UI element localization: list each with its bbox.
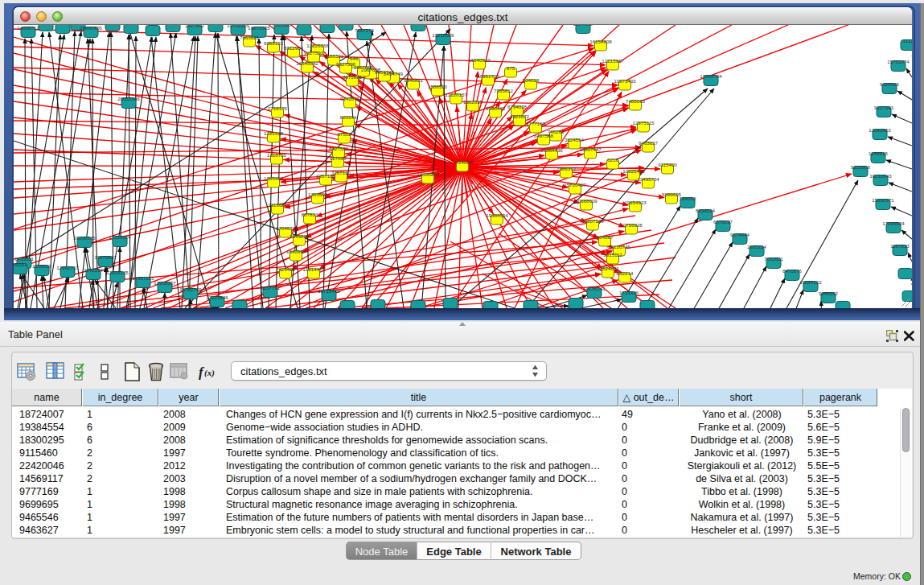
svg-text:16640910: 16640910 xyxy=(468,57,491,63)
svg-text:8912954: 8912954 xyxy=(284,45,304,51)
svg-text:984067: 984067 xyxy=(597,234,614,240)
svg-text:1145194: 1145194 xyxy=(84,267,103,273)
svg-text:6794028: 6794028 xyxy=(507,104,528,109)
svg-text:9329966: 9329966 xyxy=(880,81,900,87)
svg-text:10033809: 10033809 xyxy=(316,25,339,26)
svg-text:6879197: 6879197 xyxy=(713,219,733,225)
svg-text:12505135: 12505135 xyxy=(106,270,129,275)
svg-text:7955812: 7955812 xyxy=(494,88,514,93)
svg-text:10120746: 10120746 xyxy=(608,244,630,249)
svg-text:887833: 887833 xyxy=(302,212,318,217)
svg-text:10973493: 10973493 xyxy=(614,78,636,84)
svg-text:2935114: 2935114 xyxy=(747,244,766,249)
svg-text:13495754: 13495754 xyxy=(637,176,659,182)
svg-text:9990448: 9990448 xyxy=(486,105,506,111)
svg-text:1244415: 1244415 xyxy=(869,150,889,156)
svg-text:1615112: 1615112 xyxy=(603,252,622,257)
svg-text:9215958: 9215958 xyxy=(851,164,871,170)
svg-text:18300295: 18300295 xyxy=(417,171,439,177)
svg-text:15692971: 15692971 xyxy=(872,197,894,203)
svg-text:9227343: 9227343 xyxy=(874,105,894,110)
svg-text:8938914: 8938914 xyxy=(696,208,716,213)
svg-text:97552: 97552 xyxy=(337,131,351,137)
svg-text:1724007: 1724007 xyxy=(453,159,473,165)
svg-text:10958107: 10958107 xyxy=(154,280,176,286)
svg-text:16210643: 16210643 xyxy=(869,173,892,179)
svg-text:1610755: 1610755 xyxy=(267,152,287,158)
svg-text:8471676: 8471676 xyxy=(782,268,803,274)
svg-text:7986372: 7986372 xyxy=(556,166,577,171)
svg-text:17359924: 17359924 xyxy=(109,234,131,240)
svg-text:7663822: 7663822 xyxy=(240,35,260,40)
svg-text:546: 546 xyxy=(350,56,359,61)
svg-text:9674444: 9674444 xyxy=(730,232,750,237)
svg-text:1221338: 1221338 xyxy=(264,130,284,136)
svg-text:13226058: 13226058 xyxy=(306,43,329,48)
svg-text:10648784: 10648784 xyxy=(700,73,722,79)
svg-text:1621072: 1621072 xyxy=(510,113,530,119)
svg-text:39975857: 39975857 xyxy=(94,254,117,260)
svg-text:19654923: 19654923 xyxy=(624,200,647,205)
svg-text:746266: 746266 xyxy=(548,129,565,134)
svg-text:10688609: 10688609 xyxy=(575,198,598,204)
svg-text:1588520: 1588520 xyxy=(428,84,448,89)
svg-text:10654122: 10654122 xyxy=(799,279,822,285)
svg-text:10756928: 10756928 xyxy=(620,222,643,228)
svg-text:252214: 252214 xyxy=(617,270,634,276)
svg-text:1156829: 1156829 xyxy=(32,263,51,269)
svg-text:1353593: 1353593 xyxy=(308,192,328,197)
svg-text:26053346: 26053346 xyxy=(117,96,140,101)
svg-text:15751074: 15751074 xyxy=(887,59,910,64)
svg-text:8427552: 8427552 xyxy=(329,146,349,151)
svg-text:12923446: 12923446 xyxy=(206,295,228,300)
svg-text:7857274: 7857274 xyxy=(355,27,375,33)
svg-text:15720407: 15720407 xyxy=(564,182,586,187)
svg-text:617006: 617006 xyxy=(330,155,347,161)
svg-text:9327508: 9327508 xyxy=(336,61,356,67)
svg-text:1640994: 1640994 xyxy=(286,249,306,254)
svg-text:16671355: 16671355 xyxy=(248,25,270,31)
svg-text:10807487: 10807487 xyxy=(579,146,602,152)
svg-text:17016504: 17016504 xyxy=(882,220,905,226)
svg-text:14055712: 14055712 xyxy=(17,25,39,31)
svg-text:2967608: 2967608 xyxy=(354,64,374,70)
svg-text:15716485: 15716485 xyxy=(318,288,340,294)
svg-text:164093: 164093 xyxy=(680,196,696,201)
svg-text:17957225: 17957225 xyxy=(132,275,154,281)
svg-text:1065493: 1065493 xyxy=(264,175,284,181)
svg-text:18807249: 18807249 xyxy=(581,218,604,224)
svg-text:6899695: 6899695 xyxy=(662,192,682,197)
svg-text:12213967: 12213967 xyxy=(602,58,624,64)
svg-text:12093853: 12093853 xyxy=(869,127,891,133)
svg-text:(x): (x) xyxy=(204,368,215,378)
svg-text:16154808: 16154808 xyxy=(589,39,612,44)
svg-text:9115400: 9115400 xyxy=(658,162,677,167)
svg-text:16782759: 16782759 xyxy=(179,286,202,292)
svg-text:16914479: 16914479 xyxy=(302,266,325,272)
svg-text:10719155: 10719155 xyxy=(227,25,249,28)
svg-text:16961758: 16961758 xyxy=(477,73,499,79)
svg-text:934028: 934028 xyxy=(523,77,540,83)
svg-text:9146821: 9146821 xyxy=(404,77,424,83)
svg-text:1167533: 1167533 xyxy=(890,243,910,249)
svg-text:7485063: 7485063 xyxy=(626,98,646,104)
svg-text:9245052: 9245052 xyxy=(819,290,839,296)
svg-text:10025433: 10025433 xyxy=(622,168,645,174)
svg-text:1704674: 1704674 xyxy=(276,225,296,231)
svg-text:3624554: 3624554 xyxy=(565,137,585,142)
svg-text:2087682: 2087682 xyxy=(573,25,593,27)
svg-text:3267130: 3267130 xyxy=(316,173,336,179)
svg-text:2718176: 2718176 xyxy=(268,105,288,111)
svg-text:9242845: 9242845 xyxy=(340,96,360,101)
svg-text:8454749: 8454749 xyxy=(375,69,395,75)
svg-text:1916685: 1916685 xyxy=(268,202,288,208)
svg-text:8186323: 8186323 xyxy=(324,53,344,59)
svg-text:1435001: 1435001 xyxy=(14,256,35,262)
svg-text:6216: 6216 xyxy=(607,157,618,163)
svg-text:12942757: 12942757 xyxy=(56,265,79,270)
svg-text:9463627: 9463627 xyxy=(639,140,659,146)
svg-text:1733426: 1733426 xyxy=(619,290,639,295)
svg-text:39151: 39151 xyxy=(14,262,27,267)
svg-text:975: 975 xyxy=(507,65,515,71)
svg-text:12975115: 12975115 xyxy=(632,120,655,126)
